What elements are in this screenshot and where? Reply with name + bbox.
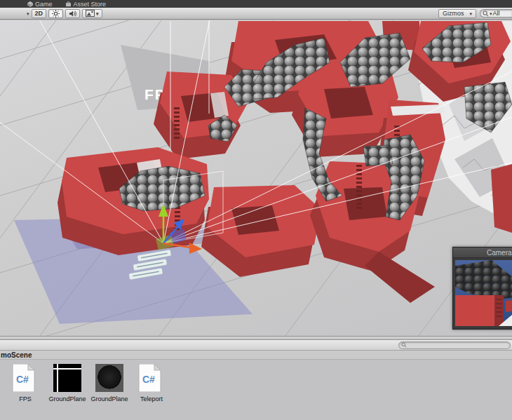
effects-caret-icon: ▾: [96, 11, 99, 16]
csharp-script-icon: C#: [137, 364, 161, 392]
scene-lighting-button[interactable]: [48, 9, 63, 18]
render-mode-caret-icon[interactable]: ▾: [27, 11, 29, 16]
asset-item-groundplane-texture[interactable]: GroundPlane: [49, 364, 86, 420]
camera-preview-title: Camera Preview: [453, 248, 512, 258]
search-icon: [483, 11, 489, 17]
texture-preview-icon: [53, 364, 81, 392]
tab-asset-store[interactable]: Asset Store: [59, 0, 113, 8]
camera-preview-render: [455, 260, 512, 326]
asset-item-teleport[interactable]: C# Teleport: [133, 364, 170, 420]
asset-label: FPS: [19, 395, 32, 402]
project-breadcrumb[interactable]: moScene: [0, 351, 512, 360]
tab-game-label: Game: [35, 1, 53, 8]
gizmos-dropdown-button[interactable]: Gizmos ▾: [438, 9, 476, 18]
tab-game[interactable]: Game: [21, 0, 59, 8]
scene-viewport[interactable]: FPS: [0, 20, 512, 336]
tab-asset-store-label: Asset Store: [74, 1, 107, 8]
asset-item-groundplane-material[interactable]: GroundPlane: [91, 364, 128, 420]
speaker-icon: [69, 10, 76, 18]
material-sphere-icon: [95, 364, 123, 392]
search-icon: [401, 342, 407, 348]
store-box-icon: [65, 1, 72, 7]
asset-label: Teleport: [140, 395, 163, 402]
scene-audio-button[interactable]: [65, 9, 80, 18]
sun-icon: [52, 10, 60, 18]
project-toolbar: [0, 340, 512, 351]
scene-search-input[interactable]: ▾ All: [480, 9, 512, 18]
scene-effects-button[interactable]: ▾: [82, 9, 102, 18]
csharp-script-icon: C#: [11, 364, 35, 392]
mode-2d-button[interactable]: 2D: [32, 9, 47, 18]
gizmos-caret-icon: ▾: [469, 11, 472, 16]
search-filter-caret-icon: ▾: [490, 11, 492, 16]
project-search-input[interactable]: [398, 341, 511, 349]
scene-view-toolbar: ▾ 2D ▾: [0, 8, 512, 20]
gizmos-label: Gizmos: [443, 10, 464, 17]
image-icon: [86, 10, 95, 17]
unity-cube-icon: [27, 1, 33, 7]
project-asset-grid: C# FPS GroundPlane GroundPlane C# Telepo…: [0, 360, 512, 420]
asset-label: GroundPlane: [90, 395, 128, 402]
scene-search-value: All: [493, 10, 500, 17]
asset-item-fps[interactable]: C# FPS: [7, 364, 43, 420]
editor-tab-strip: Game Asset Store: [0, 0, 512, 8]
script-icon-text: C#: [16, 374, 29, 385]
asset-label: GroundPlane: [48, 395, 86, 402]
breadcrumb-label: moScene: [1, 351, 32, 359]
camera-preview-panel: Camera Preview: [452, 247, 512, 330]
script-icon-text: C#: [142, 374, 155, 385]
